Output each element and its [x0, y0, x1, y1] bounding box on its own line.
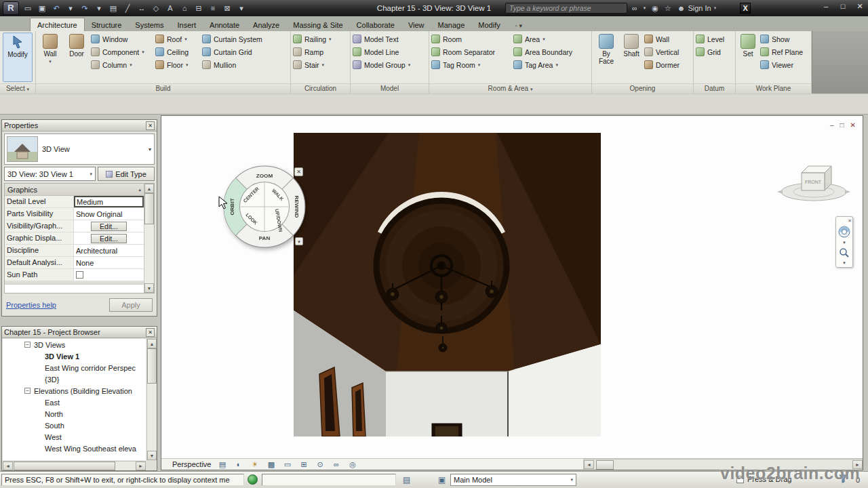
view-cube-front-face[interactable]: FRONT — [805, 180, 822, 184]
redo-dropdown-icon[interactable]: ▾ — [92, 4, 106, 13]
tab-structure[interactable]: Structure — [85, 18, 129, 31]
curtain-system-button[interactable]: Curtain System — [202, 33, 271, 45]
tab-view[interactable]: View — [401, 18, 431, 31]
close-button[interactable]: ✕ — [854, 2, 865, 11]
navbar-caret-icon[interactable]: ▾ — [843, 240, 846, 245]
view-cube-box[interactable]: FRONT — [802, 166, 831, 190]
area-button[interactable]: Area ▾ — [513, 33, 588, 45]
parts-visibility-value[interactable]: Show Original — [74, 208, 144, 220]
tab-insert[interactable]: Insert — [171, 18, 203, 31]
scroll-thumb[interactable] — [14, 462, 115, 470]
floor-button[interactable]: Floor ▾ — [155, 58, 200, 71]
mullion-button[interactable]: Mullion — [202, 58, 271, 71]
scroll-thumb[interactable] — [596, 460, 614, 470]
tag-area-button[interactable]: Tag Area ▾ — [513, 58, 588, 71]
communication-center-icon[interactable]: ◉ — [652, 4, 658, 13]
maximize-button[interactable]: □ — [837, 2, 848, 11]
scroll-thumb[interactable] — [147, 348, 157, 384]
default-3d-view-icon[interactable]: ⌂ — [178, 4, 191, 12]
wheel-rewind-tool[interactable]: REWIND — [294, 196, 300, 218]
grid-button[interactable]: Grid — [696, 45, 732, 58]
tab-analyze[interactable]: Analyze — [246, 18, 286, 31]
scroll-up-icon[interactable]: ▲ — [147, 339, 157, 348]
panel-label-select[interactable]: Select ▾ — [0, 83, 35, 94]
open-icon[interactable]: ▭ — [21, 4, 35, 13]
scroll-down-icon[interactable]: ▼ — [147, 451, 157, 460]
redo-icon[interactable]: ↷ — [78, 4, 92, 13]
properties-scrollbar[interactable]: ▲ ▼ — [144, 184, 154, 293]
view-scale-label[interactable]: Perspective — [172, 460, 211, 468]
temporary-hide-isolate-icon[interactable]: ∞ — [331, 460, 341, 468]
view-minimize-icon[interactable]: – — [830, 121, 834, 129]
viewer-button[interactable]: Viewer — [760, 58, 808, 71]
exchange-apps-icon[interactable]: X — [740, 3, 751, 14]
measure-icon[interactable]: ╱ — [121, 4, 134, 13]
tree-node-elevations[interactable]: − Elevations (Building Elevation — [3, 385, 146, 396]
navbar-close-icon[interactable]: ✕ — [848, 218, 852, 224]
discipline-value[interactable]: Architectural — [74, 245, 144, 256]
tab-manage[interactable]: Manage — [431, 18, 472, 31]
shaft-button[interactable]: Shaft — [620, 33, 642, 82]
tree-node-default-3d[interactable]: {3D} — [3, 373, 146, 385]
ceiling-button[interactable]: Ceiling — [155, 45, 200, 58]
scroll-right-icon[interactable]: ► — [136, 462, 146, 470]
tree-node-west[interactable]: West — [3, 431, 146, 443]
tag-by-category-icon[interactable]: ◇ — [149, 4, 163, 13]
curtain-grid-button[interactable]: Curtain Grid — [202, 45, 271, 58]
model-text-button[interactable]: Model Text — [353, 33, 426, 45]
wall-button[interactable]: Wall ▾ — [38, 33, 62, 82]
steering-wheel[interactable]: ZOOM REWIND PAN ORBIT CENTER WALK LOOK U… — [222, 164, 307, 249]
visibility-edit-button[interactable]: Edit... — [91, 222, 127, 231]
opening-wall-button[interactable]: Wall — [644, 33, 690, 45]
tree-node-3d-views[interactable]: − 3D Views — [3, 339, 146, 350]
design-options-combo[interactable]: Main Model ▾ — [450, 474, 576, 486]
3d-view-rendering[interactable] — [294, 133, 601, 436]
print-icon[interactable]: ▤ — [106, 4, 120, 13]
room-button[interactable]: Room — [431, 33, 511, 45]
undo-dropdown-icon[interactable]: ▾ — [64, 4, 77, 13]
search-input[interactable] — [505, 3, 627, 14]
sun-path-checkbox[interactable] — [76, 271, 83, 279]
zoom-tool-icon[interactable] — [839, 247, 850, 258]
tree-node-east[interactable]: East — [3, 396, 146, 408]
collapse-node-icon[interactable]: − — [24, 342, 31, 348]
wheel-zoom-tool[interactable]: ZOOM — [256, 173, 273, 179]
edit-type-button[interactable]: Edit Type — [98, 167, 155, 181]
project-browser-hscrollbar[interactable]: ◄ ► — [3, 461, 146, 470]
ramp-button[interactable]: Ramp — [293, 45, 347, 58]
visual-style-icon[interactable]: ◐ — [233, 460, 243, 468]
wheel-close-icon[interactable]: ✕ — [294, 167, 303, 176]
panel-label-room-area[interactable]: Room & Area ▾ — [429, 83, 591, 94]
by-face-button[interactable]: By Face — [594, 33, 618, 82]
crop-view-icon[interactable]: ▭ — [282, 460, 292, 469]
scroll-left-icon[interactable]: ◄ — [3, 462, 13, 470]
project-browser-close-icon[interactable]: ✕ — [146, 328, 155, 337]
model-line-button[interactable]: Model Line — [353, 45, 426, 58]
wheel-menu-icon[interactable]: ▾ — [295, 237, 303, 245]
ref-plane-button[interactable]: Ref Plane — [760, 45, 808, 58]
set-button[interactable]: Set — [738, 33, 758, 82]
tree-node-north[interactable]: North — [3, 408, 146, 420]
ribbon-display-toggle[interactable]: ◦ ▾ — [513, 20, 525, 31]
show-crop-region-icon[interactable]: ⊞ — [298, 460, 309, 469]
sun-path-icon[interactable]: ☀ — [250, 460, 260, 469]
undo-icon[interactable]: ↶ — [50, 4, 63, 13]
tree-node-east-wing-perspective[interactable]: East Wing corridor Perspec — [3, 362, 146, 373]
window-button[interactable]: Window — [91, 33, 153, 45]
collapse-node-icon[interactable]: − — [24, 388, 31, 394]
vertical-button[interactable]: Vertical — [644, 45, 690, 58]
application-menu-button[interactable]: R — [3, 1, 19, 15]
properties-help-link[interactable]: Properties help — [6, 301, 56, 309]
graphics-section-header[interactable]: Graphics ▴ — [5, 184, 144, 196]
text-icon[interactable]: A — [163, 4, 177, 12]
component-button[interactable]: Component ▾ — [91, 45, 153, 58]
view-close-icon[interactable]: ✕ — [850, 121, 856, 129]
sign-in-button[interactable]: ☻ Sign In ▾ — [677, 4, 716, 12]
reveal-hidden-elements-icon[interactable]: ◎ — [347, 460, 357, 469]
modify-button[interactable]: Modify — [3, 33, 33, 82]
design-options-icon[interactable]: ▣ — [438, 475, 446, 485]
section-icon[interactable]: ⊟ — [192, 4, 205, 13]
column-button[interactable]: Column ▾ — [91, 58, 153, 71]
tab-architecture[interactable]: Architecture — [30, 18, 85, 31]
favorites-icon[interactable]: ☆ — [665, 4, 671, 13]
